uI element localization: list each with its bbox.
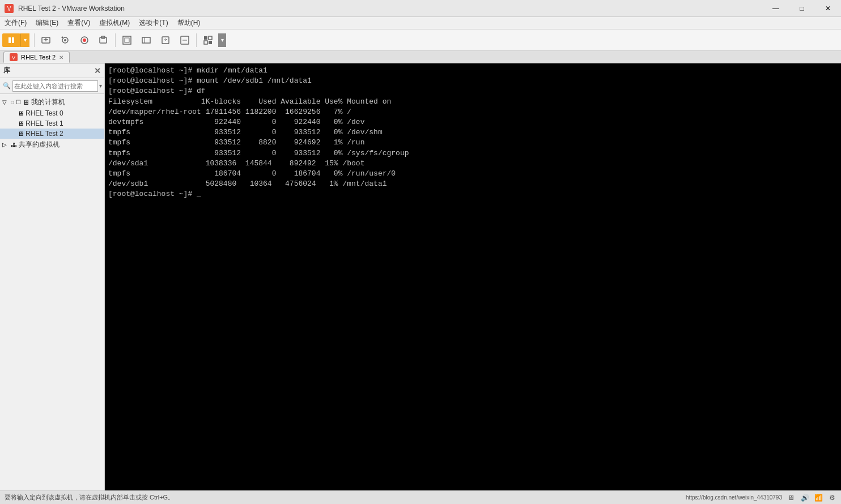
terminal-container[interactable]: [root@localhost ~]# mkdir /mnt/data1 [ro… [105,63,841,490]
svg-text:V: V [12,55,15,61]
terminal-line-4: /dev/mapper/rhel-root 17811456 1182200 1… [108,108,351,116]
svg-rect-20 [209,36,212,40]
svg-point-8 [64,39,66,41]
sidebar-item-my-computer-label: 我的计算机 [31,97,65,107]
sidebar-item-rhel-test-0-label: RHEL Test 0 [26,109,63,117]
svg-rect-21 [204,41,207,44]
app-icon: V [3,3,15,14]
menu-vm[interactable]: 虚拟机(M) [95,17,134,29]
title-bar: V RHEL Test 2 - VMware Workstation — □ ✕ [0,0,841,17]
minimize-button[interactable]: — [763,0,789,17]
sidebar-item-my-computer[interactable]: ▽ □ ☐ 🖥 我的计算机 [0,96,104,108]
search-input[interactable] [12,80,98,92]
svg-rect-19 [204,36,207,40]
window-controls: — □ ✕ [763,0,841,16]
sidebar-tree: ▽ □ ☐ 🖥 我的计算机 🖥 RHEL Test 0 🖥 RHEL Test … [0,94,104,490]
terminal-line-6: tmpfs 933512 0 933512 0% /dev/shm [108,128,383,136]
terminal-line-1: [root@localhost ~]# mount /dev/sdb1 /mnt… [108,76,312,85]
terminal-line-0: [root@localhost ~]# mkdir /mnt/data1 [108,66,267,75]
computer-icon: 🖥 [23,99,29,106]
sidebar-item-rhel-test-1-label: RHEL Test 1 [26,119,63,127]
terminal-line-10: tmpfs 186704 0 186704 0% /run/user/0 [108,169,396,178]
svg-rect-17 [162,37,169,44]
close-button[interactable]: ✕ [815,0,841,17]
expand-icon-2 [9,131,16,137]
status-right: https://blog.csdn.net/weixin_44310793 🖥 … [686,493,836,502]
terminal-line-5: devtmpfs 922440 0 922440 0% /dev [108,118,364,126]
expand-icon-shared[interactable]: ▷ [2,142,9,148]
fullscreen-button[interactable] [118,32,136,49]
vm-icon-0: 🖥 [18,110,24,117]
terminal-line-8: tmpfs 933512 0 933512 0% /sys/fs/cgroup [108,149,409,157]
terminal-line-11: /dev/sdb1 5028480 10364 4756024 1% /mnt/… [108,180,386,188]
expand-icon-0 [9,110,16,117]
terminal-line-2: [root@localhost ~]# df [108,87,206,95]
toolbar-sep-2 [115,33,116,47]
terminal-line-7: tmpfs 933512 8820 924692 1% /run [108,138,364,147]
tab-close-button[interactable]: ✕ [59,54,63,61]
unity-button[interactable] [199,32,217,49]
toolbar-sep-3 [196,33,197,47]
terminal-line-3: Filesystem 1K-blocks Used Available Use%… [108,97,391,106]
network-status-icon: 📶 [814,493,823,502]
send-ctrlaltdel-button[interactable] [37,32,55,49]
status-bar: 要将输入定向到该虚拟机，请在虚拟机内部单击或按 Ctrl+G。 https://… [0,490,841,504]
sidebar-item-rhel-test-1[interactable]: 🖥 RHEL Test 1 [0,118,104,129]
sidebar-close-button[interactable]: ✕ [94,66,101,75]
tab-label: RHEL Test 2 [21,54,56,61]
expand-icon-1 [9,121,16,127]
fit-guest-button[interactable] [137,32,155,49]
window-title: RHEL Test 2 - VMware Workstation [18,5,763,12]
tab-bar: V RHEL Test 2 ✕ [0,51,841,63]
pause-button[interactable] [2,33,20,47]
sidebar-header: 库 ✕ [0,63,104,78]
sidebar: 库 ✕ 🔍 ▾ ▽ □ ☐ 🖥 我的计算机 🖥 RHEL Test 0 [0,63,105,490]
svg-text:V: V [7,6,11,12]
stretch-guest-button[interactable] [176,32,194,49]
search-dropdown-icon[interactable]: ▾ [98,83,103,89]
sidebar-item-rhel-test-2[interactable]: 🖥 RHEL Test 2 [0,129,104,139]
settings-status-icon[interactable]: ⚙ [827,493,836,502]
sidebar-item-shared-vms-label: 共享的虚拟机 [19,140,60,150]
svg-rect-14 [125,38,129,42]
vm-icon-2: 🖥 [18,130,24,137]
pause-dropdown[interactable]: ▾ [20,33,29,47]
fit-window-button[interactable] [156,32,175,49]
menu-view[interactable]: 查看(V) [63,17,95,29]
terminal-line-9: /dev/sda1 1038336 145844 892492 15% /boo… [108,159,364,168]
sidebar-item-shared-vms[interactable]: ▷ 🖧 共享的虚拟机 [0,139,104,151]
record-button[interactable] [75,32,94,49]
screenshot-button[interactable] [56,32,74,49]
snapshot-button[interactable] [95,32,113,49]
terminal-content: [root@localhost ~]# mkdir /mnt/data1 [ro… [105,63,841,202]
svg-rect-22 [209,41,212,44]
audio-status-icon: 🔊 [800,493,809,502]
toolbar-sep-1 [34,33,35,47]
menu-bar: 文件(F) 编辑(E) 查看(V) 虚拟机(M) 选项卡(T) 帮助(H) [0,17,841,29]
sidebar-title: 库 [3,66,10,75]
terminal-line-12: [root@localhost ~]# _ [108,190,201,198]
unity-dropdown[interactable]: ▾ [218,33,226,47]
sidebar-search-container: 🔍 ▾ [0,78,104,94]
svg-rect-13 [123,36,131,44]
main-layout: 库 ✕ 🔍 ▾ ▽ □ ☐ 🖥 我的计算机 🖥 RHEL Test 0 [0,63,841,490]
search-icon: 🔍 [1,80,12,92]
menu-help[interactable]: 帮助(H) [173,17,205,29]
status-text: 要将输入定向到该虚拟机，请在虚拟机内部单击或按 Ctrl+G。 [5,493,174,502]
maximize-button[interactable]: □ [789,0,815,17]
svg-rect-15 [142,37,150,43]
sidebar-item-rhel-test-0[interactable]: 🖥 RHEL Test 0 [0,108,104,118]
menu-edit[interactable]: 编辑(E) [31,17,63,29]
toolbar: ▾ [0,29,841,51]
menu-file[interactable]: 文件(F) [0,17,31,29]
svg-point-10 [83,39,86,42]
expand-icon[interactable]: ▽ [2,99,9,105]
vm-status-icon: 🖥 [787,493,796,502]
tab-rhel-test-2[interactable]: V RHEL Test 2 ✕ [3,52,70,63]
status-url: https://blog.csdn.net/weixin_44310793 [686,494,782,501]
shared-icon: 🖧 [11,142,17,148]
svg-rect-2 [9,37,11,43]
svg-rect-3 [12,37,14,43]
menu-tabs[interactable]: 选项卡(T) [134,17,172,29]
vm-icon-1: 🖥 [18,120,24,127]
